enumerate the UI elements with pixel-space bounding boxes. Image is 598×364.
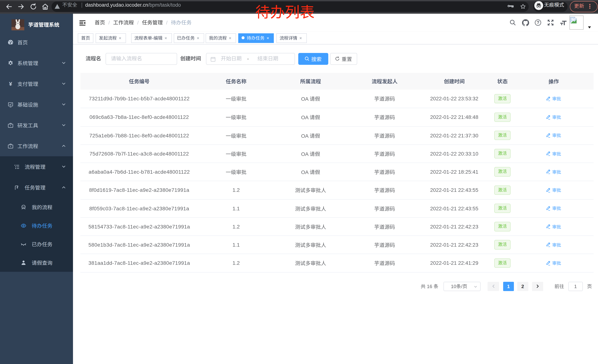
svg-text:¥: ¥ [9,81,12,87]
svg-text:?: ? [537,20,539,25]
